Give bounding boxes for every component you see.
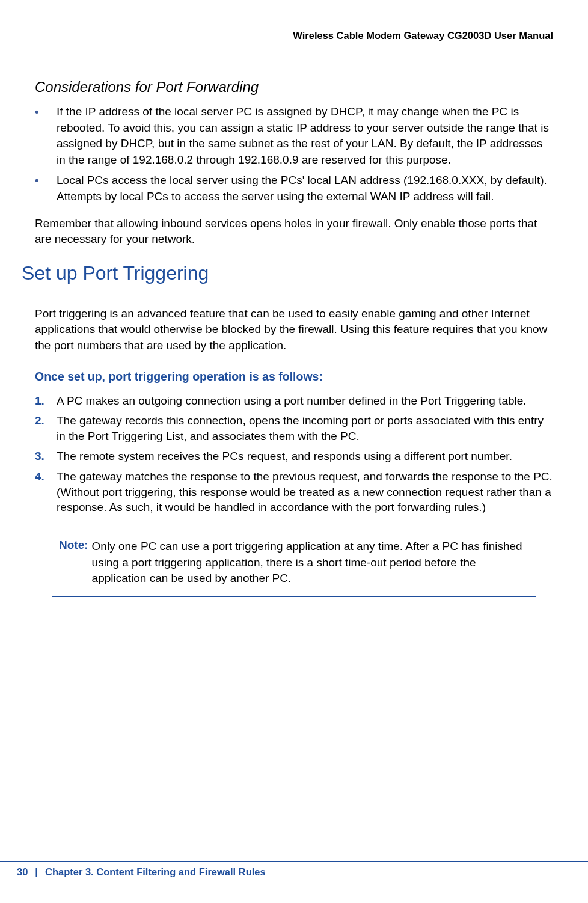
footer-page-number: 30 [17, 866, 28, 878]
operation-steps-list: 1. A PC makes an outgoing connection usi… [35, 393, 553, 515]
step-number: 4. [35, 469, 57, 515]
list-item: 1. A PC makes an outgoing connection usi… [35, 393, 553, 409]
footer-chapter-title: Chapter 3. Content Filtering and Firewal… [45, 866, 266, 878]
step-number: 1. [35, 393, 57, 409]
bullet-text: If the IP address of the local server PC… [57, 104, 553, 168]
bullet-text: Local PCs access the local server using … [57, 173, 553, 204]
step-number: 2. [35, 413, 57, 444]
step-number: 3. [35, 448, 57, 464]
bullet-icon: • [35, 173, 57, 204]
closing-paragraph: Remember that allowing inbound services … [35, 216, 553, 248]
port-triggering-heading: Set up Port Triggering [22, 262, 553, 284]
step-text: The gateway matches the response to the … [57, 469, 553, 515]
intro-paragraph: Port triggering is an advanced feature t… [35, 306, 553, 354]
page-footer: 30 | Chapter 3. Content Filtering and Fi… [0, 861, 588, 878]
document-header-title: Wireless Cable Modem Gateway CG2003D Use… [35, 30, 553, 41]
note-text: Only one PC can use a port triggering ap… [92, 539, 530, 587]
operation-subheading: Once set up, port triggering operation i… [35, 370, 553, 384]
bullet-icon: • [35, 104, 57, 168]
list-item: • If the IP address of the local server … [35, 104, 553, 168]
list-item: 3. The remote system receives the PCs re… [35, 448, 553, 464]
considerations-bullet-list: • If the IP address of the local server … [35, 104, 553, 205]
considerations-heading: Considerations for Port Forwarding [35, 79, 553, 96]
list-item: 4. The gateway matches the response to t… [35, 469, 553, 515]
step-text: The gateway records this connection, ope… [57, 413, 553, 444]
footer-separator: | [35, 866, 38, 878]
list-item: • Local PCs access the local server usin… [35, 173, 553, 204]
step-text: The remote system receives the PCs reque… [57, 448, 553, 464]
note-label: Note: [59, 539, 92, 587]
list-item: 2. The gateway records this connection, … [35, 413, 553, 444]
step-text: A PC makes an outgoing connection using … [57, 393, 553, 409]
note-callout: Note: Only one PC can use a port trigger… [52, 530, 536, 597]
